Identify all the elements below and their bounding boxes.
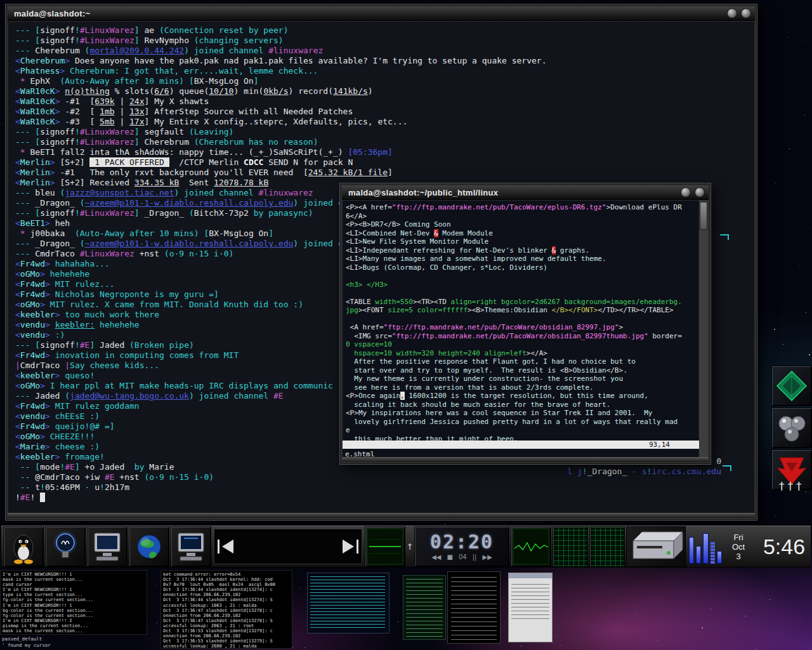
- terminal-line: <LI>Combined Net-Dev & Modem Module: [346, 229, 699, 238]
- terminal-line: <LI>New File System Monitor Module: [346, 237, 699, 246]
- dock-led-clock[interactable]: 02:20 ◀◀ ■ 04 || ▶▶: [414, 526, 509, 567]
- meter-segments: [710, 542, 715, 564]
- terminal-line: * EphX (Auto-Away after 10 mins) [BX-Msg…: [15, 76, 754, 86]
- vim-editor-area[interactable]: <P><A href="ftp://ftp.mandrake.net/pub/T…: [343, 201, 699, 458]
- terminal-line: uccessful lookup: 1063 , 21 : malda: [163, 603, 290, 608]
- terminal-line: <Merlin> -#1 The only rxvt background yo…: [15, 168, 754, 178]
- pager-desktop-thumbnail[interactable]: [504, 570, 556, 647]
- terminal-line: start over and try to top myself. The re…: [346, 366, 699, 375]
- terminal-line: <Merlin> [S+2] 1 PACK OFFERED /CTCP Merl…: [15, 157, 754, 168]
- terminal-line: l j!_Dragon_ - s!irc.cs.cmu.edu: [567, 467, 721, 477]
- pager-terminal-log[interactable]: I'm in CIXT NEWCURSOR!!! 1mask is the cu…: [0, 570, 147, 635]
- terminal-line: Oct 3 17:36:44 slashdot kernel: hdd: cod: [163, 577, 290, 582]
- mini-terminal-window[interactable]: [447, 571, 501, 644]
- dock-cd-player[interactable]: [214, 529, 362, 564]
- meter-bar: [696, 546, 701, 564]
- terminal-line: [346, 315, 699, 324]
- terminal-line: <P>My inspirations here was a cool seque…: [346, 409, 699, 418]
- terminal-line: type is the current section...: [3, 592, 145, 597]
- date-day: 3: [724, 552, 752, 561]
- stop-button[interactable]: ■: [447, 554, 453, 561]
- irc-window-titlebar[interactable]: malda@slashdot:~: [8, 6, 755, 21]
- dock-oscilloscope-icon[interactable]: [365, 526, 405, 567]
- terminal-line: onnection from 206.66.239.102: [163, 633, 290, 639]
- dock-computer-monitor-icon[interactable]: [171, 526, 211, 567]
- terminal-line: After the positive response that Flaunt …: [346, 357, 699, 366]
- terminal-line: <P><B>DR7</B> Coming Soon: [346, 220, 699, 229]
- terminal-line: bg-color is the current section...: [3, 608, 145, 613]
- dock-level-meter: [686, 527, 724, 566]
- vim-statusline: 93,14: [343, 441, 699, 449]
- pager-log-footer: passed_default ' found my cursor: [2, 636, 51, 649]
- meter-bar: [717, 551, 722, 564]
- dock-tux-penguin-icon[interactable]: [3, 526, 44, 567]
- pager-desktop-thumbnail[interactable]: [402, 570, 503, 647]
- window-resize-bar[interactable]: [8, 513, 755, 518]
- window-iconify-button[interactable]: [681, 187, 691, 197]
- terminal-line: onnection from 206.66.239.102: [163, 592, 290, 597]
- terminal-line: <A href="ftp://ftp.mandrake.net/pub/Taco…: [346, 323, 699, 332]
- meter-bar: [689, 537, 694, 564]
- dock-earth-globe-icon[interactable]: [129, 526, 169, 567]
- pager-syslog-terminal[interactable]: ket command error: error=0x54Oct 3 17:36…: [160, 570, 292, 649]
- dock-grid-monitor-icon[interactable]: [553, 526, 588, 567]
- window-close-button[interactable]: [695, 187, 705, 197]
- dock-computer-monitor-icon[interactable]: [87, 526, 128, 567]
- side-dock-green-gem-icon[interactable]: [771, 366, 812, 406]
- window-resize-bar[interactable]: [342, 457, 709, 462]
- rewind-icon[interactable]: [222, 540, 233, 554]
- scrollbar-thumb[interactable]: [700, 202, 707, 230]
- fast-forward-icon[interactable]: [343, 540, 354, 554]
- terminal-line: lovely girlfriend Jessica pushed pretty …: [346, 418, 699, 427]
- skip-start-icon[interactable]: [218, 540, 219, 554]
- terminal-line: --- [signoff!#LinuxWarez] ae (Connection…: [15, 25, 754, 36]
- terminal-line: <IMG src="ftp://ftp.mandrake.net/pub/Tac…: [346, 332, 699, 341]
- terminal-line: My new theme is currently under construc…: [346, 375, 699, 383]
- terminal-line: e: [346, 426, 699, 435]
- irc-server-status: l j!_Dragon_ - s!irc.cs.cmu.edu: [567, 467, 721, 477]
- dock-lightbulb-icon[interactable]: [45, 526, 86, 567]
- terminal-line: <WaR10cK> -#3 [ 5mb | 17x] My Entire X c…: [15, 117, 754, 127]
- side-dock-spheres-icon[interactable]: [771, 408, 812, 448]
- rewind-button[interactable]: ◀◀: [431, 554, 441, 561]
- mini-terminal-window[interactable]: [403, 575, 446, 640]
- terminal-line: hspace=10 width=320 height=240 align=lef…: [346, 349, 699, 358]
- dock-oscilloscope-icon[interactable]: [511, 526, 551, 567]
- terminal-line: <LI>Independant refreshing for Net-Dev's…: [346, 246, 699, 255]
- dock-big-time: 5:46: [752, 535, 812, 558]
- vim-window-title: malda@slashdot:~/public_html/linux: [342, 188, 681, 197]
- pager-desktop-thumbnail[interactable]: [294, 570, 402, 647]
- window-close-button[interactable]: [741, 8, 751, 18]
- terminal-line: uccessful lookup: 2600 , 21 : malda: [163, 644, 290, 649]
- terminal-line: Oct 3 17:36:47 slashdot identd[13278]: c: [163, 608, 290, 613]
- scroll-indicator-icon: [723, 465, 731, 471]
- terminal-line: 0 vspace=10: [346, 340, 699, 349]
- terminal-line: 0x7 0x70 lout 0x05 masl 0x24 ascgl 0x00: [163, 582, 290, 587]
- terminal-line: --- [signoff!#LinuxWarez] Cherebrum (Che…: [15, 137, 754, 147]
- terminal-line: [346, 289, 699, 298]
- terminal-line: mask is the current section...: [3, 577, 145, 582]
- pause-button[interactable]: ||: [473, 554, 477, 561]
- terminal-line: <WaR10cK> -#1 [639k | 24x] My X shawts: [15, 96, 754, 107]
- terminal-line: --- Cherebrum (mortal@209.0.44.242) join…: [15, 46, 754, 56]
- vim-scrollbar[interactable]: [698, 201, 708, 458]
- mini-terminal-window[interactable]: [307, 573, 390, 633]
- dagger-marks: †††: [779, 480, 805, 493]
- vim-window-titlebar[interactable]: malda@slashdot:~/public_html/linux: [342, 185, 709, 200]
- terminal-line: scaling it back should be much easier fo…: [346, 401, 699, 409]
- terminal-line: pixmap is the current section...: [3, 623, 145, 628]
- mini-dialog-window[interactable]: [508, 573, 553, 642]
- terminal-line: Oct 3 17:36:44 slashdot identd[13274]: c: [163, 587, 290, 592]
- terminal-line: Oct 3 17:36:47 slashdot identd[13278]: S: [163, 618, 290, 623]
- terminal-line: I'm in CIXT NEWCURSOR!!! 2: [3, 618, 145, 623]
- skip-end-icon[interactable]: [357, 540, 358, 554]
- desktop: { "irc": { "title": "malda@slashdot:~", …: [0, 0, 812, 650]
- fast-forward-button[interactable]: ▶▶: [482, 554, 492, 561]
- window-iconify-button[interactable]: [727, 8, 737, 18]
- terminal-line: fg-color is the current section...: [3, 613, 145, 618]
- irc-window-title: malda@slashdot:~: [8, 9, 727, 18]
- terminal-line: <h3> </H3>: [346, 281, 699, 289]
- dock-disk-drive-icon[interactable]: [626, 526, 686, 567]
- dock-grid-monitor-icon[interactable]: [589, 526, 625, 567]
- terminal-line: I'm in CIXT NEWCURSOR!!! 1: [3, 587, 145, 592]
